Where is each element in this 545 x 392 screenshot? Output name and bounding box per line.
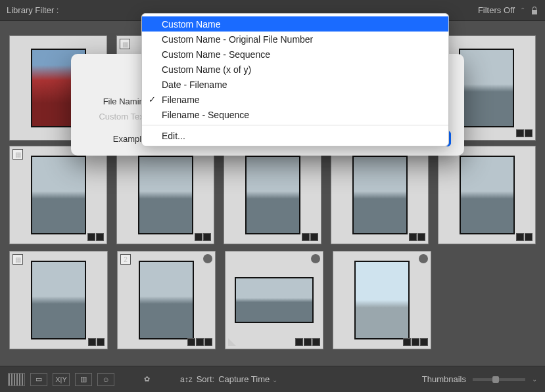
photo-thumbnail	[139, 261, 194, 339]
thumb-badges-icon	[195, 233, 211, 241]
dropdown-item-custom-name[interactable]: Custom Name	[142, 16, 448, 32]
dropdown-item-custom-name-original[interactable]: Custom Name - Original File Number	[142, 32, 448, 47]
thumbnail-cell[interactable]	[224, 146, 321, 244]
flag-circle-icon	[419, 254, 428, 263]
custom-text-label: Custom Text:	[84, 112, 149, 121]
thumbnail-size-slider[interactable]	[473, 378, 525, 381]
example-label: Example:	[84, 134, 149, 144]
photo-thumbnail	[138, 156, 193, 234]
chevron-down-icon[interactable]: ⌃	[520, 7, 525, 14]
thumb-badges-icon	[187, 338, 212, 346]
thumbnail-cell[interactable]	[225, 251, 323, 349]
photo-thumbnail	[31, 261, 86, 339]
stack-badge-icon: ▦	[12, 149, 23, 160]
loupe-view-button[interactable]: ▭	[30, 373, 47, 386]
thumb-badges-icon	[409, 233, 425, 241]
dropdown-item-edit[interactable]: Edit...	[142, 128, 448, 143]
dropdown-separator	[142, 125, 448, 125]
corner-flag-icon	[228, 338, 236, 346]
thumbnail-cell[interactable]: ▦	[9, 251, 108, 349]
bottom-toolbar: ▭ X|Y ▥ ☺ ✿ a↕z Sort: Capture Time ⌄ Thu…	[0, 366, 545, 392]
photo-thumbnail	[235, 277, 314, 323]
thumb-badges-icon	[516, 233, 533, 241]
dropdown-item-filename[interactable]: ✓ Filename	[142, 92, 448, 107]
people-view-button[interactable]: ☺	[97, 373, 114, 386]
stack-count-badge: 2	[120, 254, 131, 265]
photo-thumbnail	[459, 49, 514, 127]
stack-badge-icon: ▦	[12, 254, 23, 265]
photo-thumbnail	[354, 261, 410, 339]
dropdown-item-filename-sequence[interactable]: Filename - Sequence	[142, 107, 448, 122]
thumbnail-cell[interactable]	[331, 146, 429, 244]
thumb-badges-icon	[403, 338, 428, 346]
dropdown-item-label: Filename	[162, 95, 200, 105]
thumbnails-label: Thumbnails	[422, 374, 466, 384]
spray-tool-icon[interactable]: ✿	[138, 373, 155, 386]
thumb-badges-icon	[87, 233, 104, 241]
sort-dropdown[interactable]: Capture Time ⌄	[218, 374, 277, 384]
dropdown-item-date-filename[interactable]: Date - Filename	[142, 77, 448, 92]
chevron-down-icon[interactable]: ⌄	[532, 376, 537, 383]
flag-circle-icon	[203, 254, 212, 263]
compare-view-button[interactable]: X|Y	[53, 373, 70, 386]
filters-off-toggle[interactable]: Filters Off	[478, 5, 515, 15]
lock-icon[interactable]	[531, 6, 538, 15]
thumbnail-cell[interactable]: ▦	[9, 146, 107, 244]
thumbnail-cell[interactable]	[333, 251, 431, 349]
library-filter-label: Library Filter :	[7, 5, 59, 15]
photo-thumbnail	[460, 156, 515, 234]
file-naming-label: File Naming	[84, 97, 149, 106]
thumb-badges-icon	[88, 338, 105, 346]
thumbnail-cell[interactable]: 2	[117, 251, 216, 349]
dropdown-item-custom-name-sequence[interactable]: Custom Name - Sequence	[142, 47, 448, 62]
dropdown-item-custom-name-xofy[interactable]: Custom Name (x of y)	[142, 62, 448, 77]
stack-badge-icon: ▦	[120, 39, 130, 49]
sort-label: Sort:	[197, 374, 214, 384]
photo-thumbnail	[245, 156, 300, 234]
thumb-badges-icon	[516, 129, 533, 137]
thumb-badges-icon	[302, 233, 318, 241]
photo-thumbnail	[352, 156, 408, 234]
sort-direction-icon[interactable]: a↕z	[180, 375, 193, 384]
flag-circle-icon	[311, 254, 320, 263]
file-naming-dropdown[interactable]: Custom Name Custom Name - Original File …	[141, 13, 449, 146]
grid-view-button[interactable]	[8, 373, 25, 386]
thumbnail-cell[interactable]	[438, 146, 536, 244]
thumbnail-cell[interactable]	[116, 146, 214, 244]
checkmark-icon: ✓	[149, 95, 156, 104]
thumb-badges-icon	[295, 338, 320, 346]
photo-thumbnail	[31, 156, 86, 234]
survey-view-button[interactable]: ▥	[75, 373, 92, 386]
